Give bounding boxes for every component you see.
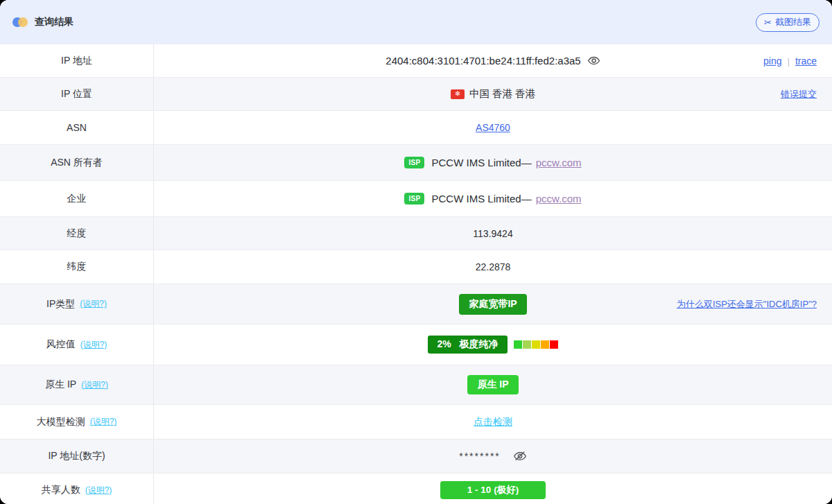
asn-owner-value: PCCW IMS Limited— <box>431 157 531 168</box>
risk-level-bar <box>514 340 558 349</box>
table-row-risk-value: 风控值 (说明?) 2% 极度纯净 <box>0 324 832 365</box>
panel-title: 查询结果 <box>35 16 73 28</box>
eye-icon[interactable] <box>587 54 600 67</box>
table-row-enterprise: 企业 ISP PCCW IMS Limited— pccw.com <box>0 181 832 217</box>
ip-location-value: 中国 香港 香港 <box>469 87 535 101</box>
row-label: 大模型检测 <box>37 416 85 428</box>
query-result-panel: 查询结果 ✂ 截图结果 IP 地址 2404:c804:3101:4701:be… <box>0 0 832 504</box>
table-row-ip-address: IP 地址 2404:c804:3101:4701:be24:11ff:fed2… <box>0 44 832 78</box>
risk-score-badge: 2% 极度纯净 <box>428 336 507 354</box>
explain-link[interactable]: (说明?) <box>85 485 112 496</box>
risk-bar-segment <box>523 340 531 349</box>
table-row-ip-type: IP类型 (说明?) 家庭宽带IP 为什么双ISP还会显示"IDC机房IP"? <box>0 284 832 324</box>
row-label: IP 位置 <box>0 78 154 110</box>
enterprise-value: PCCW IMS Limited— <box>431 193 531 205</box>
screenshot-button-label: 截图结果 <box>775 16 811 28</box>
ping-link[interactable]: ping <box>763 55 781 67</box>
asn-link[interactable]: AS4760 <box>476 122 510 133</box>
row-label: 纬度 <box>0 250 154 284</box>
risk-bar-segment <box>541 340 549 349</box>
table-row-longitude: 经度 113.9424 <box>0 217 832 250</box>
risk-bar-segment <box>550 340 558 349</box>
explain-link[interactable]: (说明?) <box>90 416 117 428</box>
trace-link[interactable]: trace <box>795 55 817 67</box>
row-label: 共享人数 <box>42 484 80 496</box>
row-label: IP 地址 <box>0 44 154 77</box>
isp-badge: ISP <box>404 193 424 205</box>
why-idc-link[interactable]: 为什么双ISP还会显示"IDC机房IP"? <box>677 299 817 309</box>
ip-address-value: 2404:c804:3101:4701:be24:11ff:fed2:a3a5 <box>385 55 580 67</box>
pccw-link[interactable]: pccw.com <box>536 193 582 205</box>
click-detect-link[interactable]: 点击检测 <box>474 416 512 428</box>
explain-link[interactable]: (说明?) <box>81 379 108 391</box>
row-label: IP类型 <box>46 298 75 311</box>
explain-link[interactable]: (说明?) <box>80 298 107 310</box>
link-divider: | <box>787 56 789 67</box>
table-row-native-ip: 原生 IP (说明?) 原生 IP <box>0 365 832 405</box>
app-logo-icon <box>12 17 28 28</box>
risk-label: 极度纯净 <box>460 338 499 351</box>
table-row-ip-number: IP 地址(数字) ******** <box>0 440 832 473</box>
native-ip-badge: 原生 IP <box>467 375 518 394</box>
table-row-llm-detect: 大模型检测 (说明?) 点击检测 <box>0 405 832 440</box>
table-row-ip-location: IP 位置 ✻ 中国 香港 香港 错误提交 <box>0 78 832 111</box>
table-row-asn: ASN AS4760 <box>0 111 832 145</box>
row-label: 经度 <box>0 217 154 250</box>
pccw-link[interactable]: pccw.com <box>536 157 582 168</box>
shared-count-badge: 1 - 10 (极好) <box>440 481 546 499</box>
row-label: ASN 所有者 <box>0 145 154 180</box>
table-row-shared-count: 共享人数 (说明?) 1 - 10 (极好) <box>0 473 832 504</box>
risk-bar-segment <box>514 340 522 349</box>
risk-percent: 2% <box>437 338 451 351</box>
row-label: ASN <box>0 111 154 144</box>
ip-number-masked-value: ******** <box>459 451 501 462</box>
table-row-asn-owner: ASN 所有者 ISP PCCW IMS Limited— pccw.com <box>0 145 832 181</box>
table-row-latitude: 纬度 22.2878 <box>0 250 832 284</box>
row-label: 风控值 <box>46 338 76 351</box>
risk-bar-segment <box>532 340 540 349</box>
hong-kong-flag-icon: ✻ <box>451 89 465 99</box>
eye-off-icon[interactable] <box>513 449 527 463</box>
scissors-icon: ✂ <box>764 18 772 27</box>
panel-header: 查询结果 ✂ 截图结果 <box>0 0 832 44</box>
row-label: IP 地址(数字) <box>0 440 154 473</box>
row-label: 企业 <box>0 181 154 216</box>
explain-link[interactable]: (说明?) <box>80 339 107 351</box>
longitude-value: 113.9424 <box>473 228 512 239</box>
ip-type-badge: 家庭宽带IP <box>459 294 526 315</box>
error-submit-link[interactable]: 错误提交 <box>781 89 817 99</box>
isp-badge: ISP <box>404 157 424 168</box>
row-label: 原生 IP <box>45 379 76 391</box>
screenshot-result-button[interactable]: ✂ 截图结果 <box>756 13 820 32</box>
latitude-value: 22.2878 <box>476 261 511 272</box>
